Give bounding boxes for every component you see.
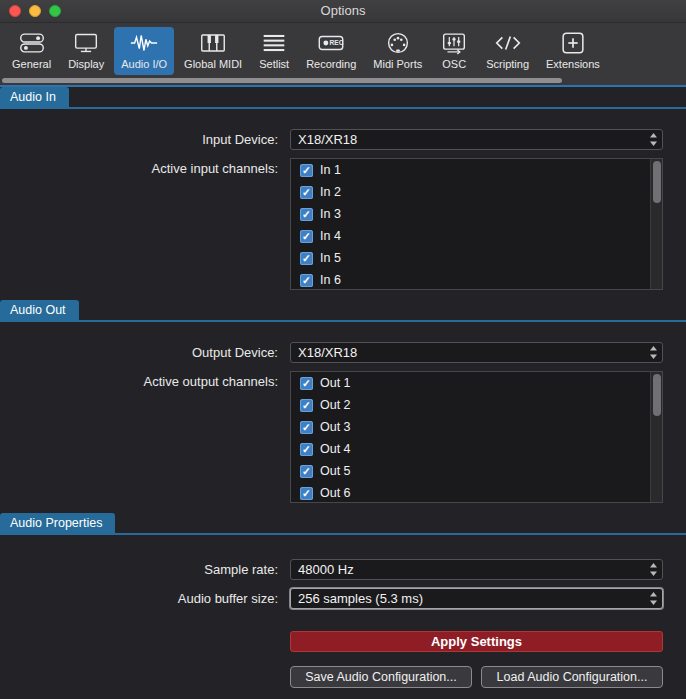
waveform-icon [129,31,159,55]
toolbar-item-display[interactable]: Display [61,27,111,75]
output-channels-row: Active output channels: Out 1 Out 2 Out … [0,371,686,503]
channel-row[interactable]: In 4 [291,225,662,247]
toolbar-item-global-midi[interactable]: Global MIDI [177,27,249,75]
stepper-arrows-icon [649,345,658,360]
channel-row[interactable]: In 2 [291,181,662,203]
channel-row[interactable]: Out 2 [291,394,662,416]
sample-rate-label: Sample rate: [0,562,278,577]
checkbox-checked-icon[interactable] [300,230,313,243]
toggles-icon [17,31,47,55]
output-channels-label: Active output channels: [0,371,278,389]
checkbox-checked-icon[interactable] [300,487,313,500]
channel-row[interactable]: Out 1 [291,372,662,394]
channel-label: Out 5 [320,464,351,478]
sample-rate-value: 48000 Hz [298,562,649,577]
channel-label: In 6 [320,273,341,287]
toolbar-item-audio-io[interactable]: Audio I/O [114,27,174,75]
record-icon: REC [316,31,346,55]
tab-audio-properties: Audio Properties [0,513,115,533]
options-window: Options General Display Audio I/O G [0,0,686,699]
toolbar-item-label: Display [68,58,104,70]
input-channels-row: Active input channels: In 1 In 2 In 3 In… [0,158,686,290]
buffer-size-select[interactable]: 256 samples (5.3 ms) [290,588,663,609]
output-device-value: X18/XR18 [298,345,649,360]
channel-row[interactable]: In 1 [291,159,662,181]
checkbox-checked-icon[interactable] [300,252,313,265]
channel-label: In 5 [320,251,341,265]
toolbar-item-label: Midi Ports [373,58,422,70]
buffer-size-label: Audio buffer size: [0,591,278,606]
channel-row[interactable]: Out 4 [291,438,662,460]
sample-rate-row: Sample rate: 48000 Hz [0,559,686,580]
audio-out-section-header: Audio Out [0,300,686,322]
channel-row[interactable]: Out 5 [291,460,662,482]
checkbox-checked-icon[interactable] [300,274,313,287]
sample-rate-select[interactable]: 48000 Hz [290,559,663,580]
toolbar-item-scripting[interactable]: Scripting [479,27,536,75]
channel-label: In 2 [320,185,341,199]
channel-label: Out 4 [320,442,351,456]
checkbox-checked-icon[interactable] [300,164,313,177]
toolbar-item-general[interactable]: General [5,27,58,75]
tab-audio-in: Audio In [0,87,69,107]
stepper-arrows-icon [649,132,658,147]
audio-in-section-header: Audio In [0,87,686,109]
toolbar-item-label: OSC [442,58,466,70]
midi-din-icon [383,31,413,55]
toolbar-scrollbar[interactable] [0,77,686,85]
setlist-icon [259,31,289,55]
output-device-select[interactable]: X18/XR18 [290,342,663,363]
list-scrollbar-thumb[interactable] [653,161,661,203]
list-scrollbar-thumb[interactable] [653,374,661,416]
tab-audio-out: Audio Out [0,300,79,320]
input-channels-list[interactable]: In 1 In 2 In 3 In 4 In 5 [290,158,663,290]
toolbar-item-osc[interactable]: OSC [432,27,476,75]
close-button[interactable] [9,5,21,17]
code-icon [493,31,523,55]
checkbox-checked-icon[interactable] [300,377,313,390]
channel-label: Out 3 [320,420,351,434]
toolbar-item-label: Scripting [486,58,529,70]
channel-row[interactable]: In 6 [291,269,662,290]
output-channels-list[interactable]: Out 1 Out 2 Out 3 Out 4 Out 5 [290,371,663,503]
toolbar-item-setlist[interactable]: Setlist [252,27,296,75]
channel-row[interactable]: Out 3 [291,416,662,438]
toolbar-item-extensions[interactable]: Extensions [539,27,607,75]
input-device-row: Input Device: X18/XR18 [0,129,686,150]
osc-icon [439,31,469,55]
input-device-label: Input Device: [0,132,278,147]
toolbar-item-label: Audio I/O [121,58,167,70]
checkbox-checked-icon[interactable] [300,399,313,412]
toolbar-item-recording[interactable]: REC Recording [299,27,363,75]
channel-row[interactable]: Out 6 [291,482,662,503]
checkbox-checked-icon[interactable] [300,421,313,434]
output-device-label: Output Device: [0,345,278,360]
load-audio-configuration-button[interactable]: Load Audio Configuration... [481,666,663,688]
channel-label: In 3 [320,207,341,221]
apply-settings-button[interactable]: Apply Settings [290,631,663,652]
audio-io-pane: Audio In Input Device: X18/XR18 Active i… [0,87,686,699]
toolbar-item-label: Recording [306,58,356,70]
list-scrollbar[interactable] [650,159,662,289]
checkbox-checked-icon[interactable] [300,443,313,456]
zoom-button[interactable] [49,5,61,17]
audio-properties-section-header: Audio Properties [0,513,686,535]
checkbox-checked-icon[interactable] [300,186,313,199]
toolbar-scrollbar-thumb[interactable] [2,78,562,83]
toolbar-item-label: Extensions [546,58,600,70]
checkbox-checked-icon[interactable] [300,208,313,221]
save-audio-configuration-button[interactable]: Save Audio Configuration... [290,666,472,688]
checkbox-checked-icon[interactable] [300,465,313,478]
minimize-button[interactable] [29,5,41,17]
display-icon [71,31,101,55]
channel-row[interactable]: In 5 [291,247,662,269]
input-device-select[interactable]: X18/XR18 [290,129,663,150]
buffer-size-row: Audio buffer size: 256 samples (5.3 ms) [0,588,686,609]
apply-row: Apply Settings [0,631,686,652]
titlebar: Options [0,0,686,23]
input-channels-label: Active input channels: [0,158,278,176]
toolbar-item-midi-ports[interactable]: Midi Ports [366,27,429,75]
channel-row[interactable]: In 3 [291,203,662,225]
channel-label: In 4 [320,229,341,243]
list-scrollbar[interactable] [650,372,662,502]
